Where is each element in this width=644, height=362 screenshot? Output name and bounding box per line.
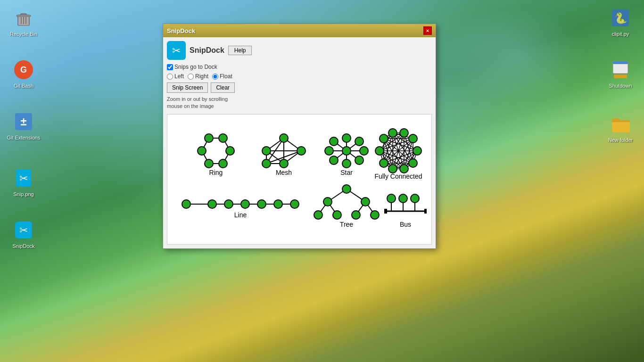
svg-point-111 <box>409 134 417 143</box>
mesh-group: Mesh <box>262 134 305 176</box>
shutdown-icon <box>609 58 632 81</box>
star-group: Star <box>325 134 368 176</box>
svg-point-147 <box>371 211 379 219</box>
svg-point-30 <box>226 147 234 155</box>
desktop-icon-git-bash[interactable]: G Git Bash <box>5 57 42 91</box>
svg-rect-2 <box>17 15 31 16</box>
radio-right[interactable] <box>188 74 194 80</box>
svg-point-67 <box>330 137 338 146</box>
svg-point-132 <box>274 200 282 208</box>
svg-point-64 <box>342 159 351 168</box>
svg-point-153 <box>387 194 396 203</box>
new-folder-label: New folder <box>608 137 633 143</box>
window-close-button[interactable]: × <box>423 26 432 35</box>
svg-point-146 <box>352 211 360 219</box>
topology-image-area[interactable]: Ring <box>167 114 432 245</box>
svg-point-45 <box>280 134 288 142</box>
svg-text:Tree: Tree <box>340 221 353 228</box>
svg-point-128 <box>208 200 216 208</box>
git-extensions-icon: ± <box>12 110 35 133</box>
desktop-icon-clipit[interactable]: 🐍 clipit.py <box>602 5 639 39</box>
svg-point-154 <box>399 194 407 203</box>
svg-point-32 <box>205 159 213 168</box>
svg-point-117 <box>388 165 397 173</box>
fully-connected-group: Fully Connected <box>374 129 422 180</box>
window-body: ✂ SnipDock Help Snips go to Dock Left <box>163 37 436 248</box>
svg-rect-6 <box>18 25 29 26</box>
snip-png-icon: ✂ <box>12 167 35 189</box>
svg-point-28 <box>205 134 213 142</box>
ring-group: Ring <box>198 134 234 176</box>
svg-text:🐍: 🐍 <box>614 12 627 25</box>
svg-point-110 <box>413 147 421 155</box>
radio-right-label[interactable]: Right <box>188 73 208 80</box>
window-titlebar: SnipDock × <box>163 24 436 37</box>
snips-go-to-dock-label[interactable]: Snips go to Dock <box>167 64 217 70</box>
snip-screen-button[interactable]: Snip Screen <box>167 82 208 93</box>
recycle-bin-icon <box>12 7 35 29</box>
desktop-icon-git-extensions[interactable]: ± Git Extensions <box>5 108 42 143</box>
svg-point-48 <box>280 159 288 168</box>
svg-point-142 <box>323 197 332 206</box>
snip-png-label: Snip.png <box>13 191 33 197</box>
svg-point-155 <box>411 194 419 203</box>
radio-float-label[interactable]: Float <box>212 73 232 80</box>
desktop-icon-recycle-bin[interactable]: Recycle Bin <box>5 5 42 39</box>
svg-point-66 <box>325 147 333 155</box>
svg-point-46 <box>262 147 271 155</box>
clipit-label: clipit.py <box>612 31 629 37</box>
line-group: Line <box>182 200 299 219</box>
svg-point-127 <box>182 200 190 208</box>
clipit-icon: 🐍 <box>609 7 632 29</box>
snips-go-to-dock-checkbox[interactable] <box>167 64 173 70</box>
svg-point-59 <box>342 147 351 155</box>
git-extensions-label: Git Extensions <box>7 135 41 141</box>
desktop-icon-snipdock[interactable]: ✂ SnipDock <box>5 217 42 251</box>
svg-point-61 <box>355 137 363 146</box>
svg-text:Bus: Bus <box>400 221 411 228</box>
radio-float[interactable] <box>212 74 218 80</box>
svg-rect-19 <box>614 74 627 78</box>
svg-point-119 <box>409 159 417 167</box>
svg-text:±: ± <box>20 115 26 128</box>
snips-go-to-dock-row: Snips go to Dock <box>167 64 432 70</box>
recycle-bin-label: Recycle Bin <box>10 31 37 37</box>
snipdock-app-icon: ✂ <box>169 43 183 58</box>
tree-group: Tree <box>314 185 379 228</box>
svg-rect-156 <box>384 209 387 214</box>
svg-point-47 <box>297 147 305 155</box>
action-buttons-row: Snip Screen Clear <box>167 82 432 93</box>
svg-point-114 <box>380 134 388 143</box>
svg-text:G: G <box>20 65 27 74</box>
git-bash-label: Git Bash <box>14 83 33 89</box>
desktop-icon-shutdown[interactable]: Shutdown <box>602 57 639 91</box>
svg-point-145 <box>333 211 341 219</box>
radio-left[interactable] <box>167 74 173 80</box>
svg-point-144 <box>314 211 322 219</box>
svg-point-131 <box>257 200 266 208</box>
dock-position-row: Left Right Float <box>167 73 432 80</box>
svg-text:✂: ✂ <box>19 224 28 236</box>
svg-point-118 <box>400 165 408 173</box>
git-bash-icon: G <box>12 58 35 81</box>
svg-point-129 <box>224 200 233 208</box>
desktop-icon-new-folder[interactable]: New folder <box>602 111 639 145</box>
shutdown-label: Shutdown <box>609 83 632 89</box>
clear-button[interactable]: Clear <box>211 82 235 93</box>
svg-point-112 <box>400 129 408 137</box>
app-name-label: SnipDock <box>190 46 224 55</box>
svg-point-141 <box>342 185 351 193</box>
svg-text:Line: Line <box>234 211 247 219</box>
help-button[interactable]: Help <box>228 46 252 55</box>
svg-point-62 <box>360 147 368 155</box>
svg-rect-18 <box>613 61 628 64</box>
svg-point-63 <box>355 156 363 165</box>
desktop-icon-snip-png[interactable]: ✂ Snip.png <box>5 165 42 199</box>
svg-text:Star: Star <box>340 169 353 176</box>
svg-point-65 <box>330 156 338 165</box>
svg-point-143 <box>361 197 370 206</box>
snipdock-window: SnipDock × ✂ SnipDock Help Snips go to D… <box>163 24 436 249</box>
svg-point-133 <box>290 200 299 208</box>
radio-left-label[interactable]: Left <box>167 73 184 80</box>
app-header: ✂ SnipDock Help <box>167 41 432 60</box>
